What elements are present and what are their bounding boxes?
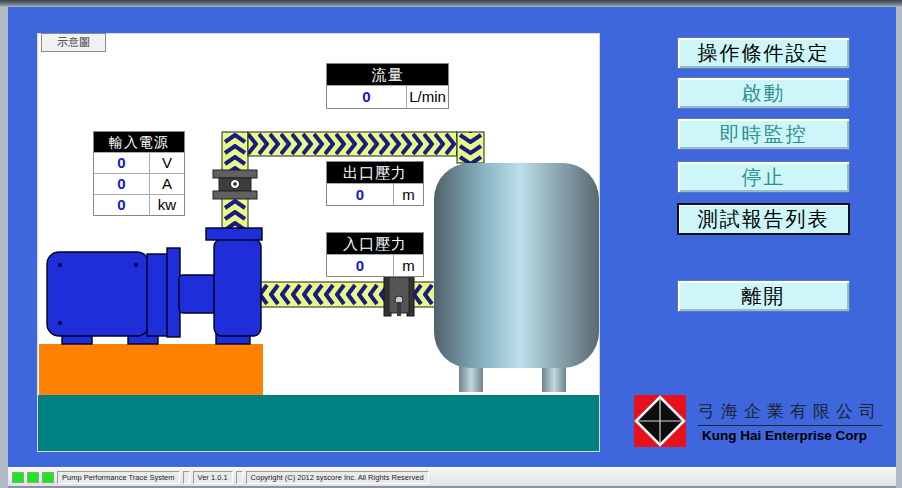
company-name-zh: 弓海企業有限公司 [698,400,882,426]
start-button[interactable]: 啟動 [677,77,850,109]
company-name-en: Kung Hai Enterprise Corp [702,428,867,443]
inlet-pressure-panel: 入口壓力 0 m [326,232,424,277]
pipe-tank-inlet-down [457,132,484,163]
outlet-pressure-unit: m [394,184,423,205]
outlet-pressure-title: 出口壓力 [327,162,423,183]
status-led [12,472,24,483]
input-power-row-voltage: 0 V [94,152,184,173]
test-report-list-button[interactable]: 測試報告列表 [677,203,850,235]
voltage-unit: V [150,153,184,173]
window-frame-right [896,7,902,488]
realtime-monitor-button[interactable]: 即時監控 [677,118,850,150]
window-frame-left [0,7,8,488]
statusbar-copyright: Copyright (C) 2012 syscore Inc. All Righ… [246,471,429,484]
statusbar-app-name: Pump Performance Trace System [57,471,180,484]
company-logo-icon [634,395,686,447]
flow-unit: L/min [407,86,448,108]
window-frame-top [0,0,902,7]
pump-outlet-flange [206,228,262,240]
pump-volute [214,239,261,336]
tank-leg [459,364,483,392]
motor-adapter [147,254,168,336]
schematic-canvas: 示意圖 流量 0 L/min 輸入電源 0 V 0 A 0 kw [37,33,600,452]
stop-button[interactable]: 停止 [677,161,850,193]
statusbar-version: Ver 1.0.1 [193,471,233,484]
statusbar-separator [183,471,190,484]
pipe-outlet-horizontal [248,132,457,156]
power-unit: kw [150,195,184,215]
pump-schematic-graphic [38,34,599,451]
inlet-pressure-value: 0 [327,255,394,276]
suction-valve-graphic [384,274,414,316]
motor-body [47,252,149,336]
flow-value: 0 [327,86,407,108]
tab-schematic[interactable]: 示意圖 [41,33,106,52]
input-power-title: 輸入電源 [94,132,184,152]
pump-graphic [47,228,262,344]
operation-settings-button[interactable]: 操作條件設定 [677,37,850,69]
current-unit: A [150,174,184,194]
flow-title: 流量 [327,64,448,85]
tank-graphic [434,163,599,392]
voltage-value: 0 [94,153,150,173]
statusbar-separator [236,471,243,484]
status-bar: Pump Performance Trace System Ver 1.0.1 … [8,467,896,486]
tank-leg [542,364,566,392]
pump-flange-plate [167,248,180,337]
app-window: 示意圖 流量 0 L/min 輸入電源 0 V 0 A 0 kw [0,0,902,488]
outlet-pressure-value: 0 [327,184,394,205]
current-value: 0 [94,174,150,194]
exit-button[interactable]: 離開 [677,280,850,312]
pump-shaft-housing [179,275,217,313]
inlet-pressure-unit: m [394,255,423,276]
inlet-pressure-title: 入口壓力 [327,233,423,254]
flow-panel: 流量 0 L/min [326,63,449,109]
outlet-sensor-graphic [213,170,257,199]
outlet-pressure-panel: 出口壓力 0 m [326,161,424,206]
status-led [42,472,54,483]
input-power-row-power: 0 kw [94,194,184,215]
input-power-panel: 輸入電源 0 V 0 A 0 kw [93,131,185,216]
power-value: 0 [94,195,150,215]
tank-body [434,163,599,368]
input-power-row-current: 0 A [94,173,184,194]
status-led [27,472,39,483]
